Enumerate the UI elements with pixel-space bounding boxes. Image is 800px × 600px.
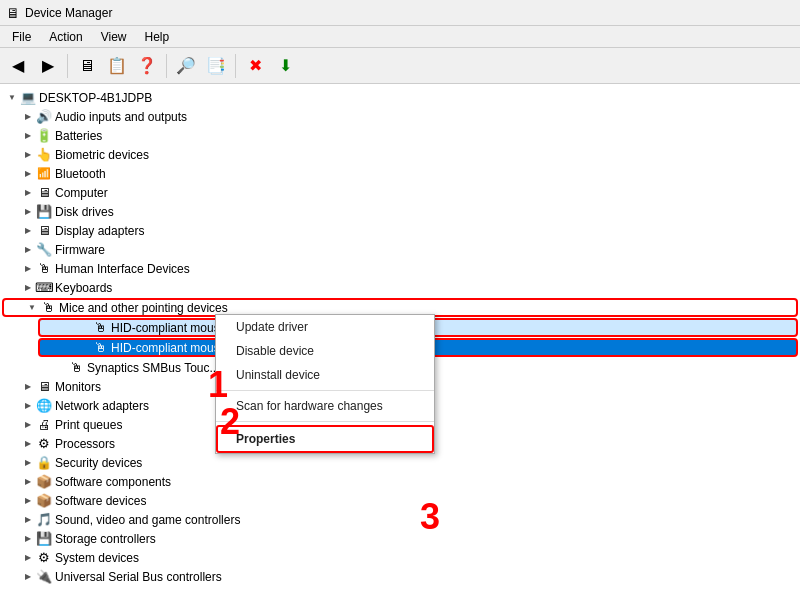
expander-system[interactable]	[20, 550, 36, 566]
app-icon: 🖥	[6, 5, 20, 21]
menu-bar: File Action View Help	[0, 26, 800, 48]
tree-item-computer[interactable]: 🖥 Computer	[0, 183, 800, 202]
expander-biometric[interactable]	[20, 147, 36, 163]
label-software-comp: Software components	[55, 475, 171, 489]
icon-disk: 💾	[36, 204, 52, 220]
tree-item-software-dev[interactable]: 📦 Software devices	[0, 491, 800, 510]
label-print: Print queues	[55, 418, 122, 432]
main-panel: 💻 DESKTOP-4B1JDPB 🔊 Audio inputs and out…	[0, 84, 800, 600]
expander-display[interactable]	[20, 223, 36, 239]
label-monitors: Monitors	[55, 380, 101, 394]
menu-file[interactable]: File	[4, 28, 39, 46]
tree-item-system[interactable]: ⚙ System devices	[0, 548, 800, 567]
expander-batteries[interactable]	[20, 128, 36, 144]
label-sound: Sound, video and game controllers	[55, 513, 240, 527]
icon-computer: 🖥	[36, 185, 52, 201]
label-keyboards: Keyboards	[55, 281, 112, 295]
forward-button[interactable]: ▶	[34, 52, 62, 80]
expander-print[interactable]	[20, 417, 36, 433]
label-mice: Mice and other pointing devices	[59, 301, 228, 315]
ctx-disable-device[interactable]: Disable device	[216, 339, 434, 363]
icon-bluetooth: 📶	[36, 166, 52, 182]
icon-mice: 🖱	[40, 300, 56, 316]
label-processors: Processors	[55, 437, 115, 451]
label-hid-mouse1: HID-compliant mouse	[111, 321, 226, 335]
view-type-button[interactable]: 📑	[202, 52, 230, 80]
context-menu: Update driver Disable device Uninstall d…	[215, 314, 435, 454]
expander-audio[interactable]	[20, 109, 36, 125]
tree-item-audio[interactable]: 🔊 Audio inputs and outputs	[0, 107, 800, 126]
expander-computer[interactable]	[20, 185, 36, 201]
expander-firmware[interactable]	[20, 242, 36, 258]
expander-software-dev[interactable]	[20, 493, 36, 509]
icon-network: 🌐	[36, 398, 52, 414]
download-button[interactable]: ⬇	[271, 52, 299, 80]
properties-button[interactable]: 🖥	[73, 52, 101, 80]
tree-item-keyboards[interactable]: ⌨ Keyboards	[0, 278, 800, 297]
tree-item-batteries[interactable]: 🔋 Batteries	[0, 126, 800, 145]
tree-item-bluetooth[interactable]: 📶 Bluetooth	[0, 164, 800, 183]
expander-processors[interactable]	[20, 436, 36, 452]
scan-button[interactable]: 🔎	[172, 52, 200, 80]
label-security: Security devices	[55, 456, 142, 470]
expander-monitors[interactable]	[20, 379, 36, 395]
label-hid-mouse2: HID-compliant mouse	[111, 341, 226, 355]
back-button[interactable]: ◀	[4, 52, 32, 80]
label-usb: Universal Serial Bus controllers	[55, 570, 222, 584]
label-batteries: Batteries	[55, 129, 102, 143]
ctx-uninstall-device[interactable]: Uninstall device	[216, 363, 434, 387]
ctx-properties[interactable]: Properties	[216, 425, 434, 453]
expander-disk[interactable]	[20, 204, 36, 220]
window-title: Device Manager	[25, 6, 112, 20]
tree-item-display[interactable]: 🖥 Display adapters	[0, 221, 800, 240]
tree-item-root[interactable]: 💻 DESKTOP-4B1JDPB	[0, 88, 800, 107]
tree-item-software-comp[interactable]: 📦 Software components	[0, 472, 800, 491]
expander-software-comp[interactable]	[20, 474, 36, 490]
tree-item-hid[interactable]: 🖱 Human Interface Devices	[0, 259, 800, 278]
tree-item-sound[interactable]: 🎵 Sound, video and game controllers	[0, 510, 800, 529]
icon-keyboards: ⌨	[36, 280, 52, 296]
expander-sound[interactable]	[20, 512, 36, 528]
tree-item-firmware[interactable]: 🔧 Firmware	[0, 240, 800, 259]
expander-hid-mouse2	[76, 340, 92, 356]
expander-mice[interactable]	[24, 300, 40, 316]
icon-batteries: 🔋	[36, 128, 52, 144]
expander-hid[interactable]	[20, 261, 36, 277]
menu-action[interactable]: Action	[41, 28, 90, 46]
expander-bluetooth[interactable]	[20, 166, 36, 182]
remove-button[interactable]: ✖	[241, 52, 269, 80]
label-disk: Disk drives	[55, 205, 114, 219]
title-bar: 🖥 Device Manager	[0, 0, 800, 26]
expander-storage[interactable]	[20, 531, 36, 547]
tree-item-security[interactable]: 🔒 Security devices	[0, 453, 800, 472]
icon-hid: 🖱	[36, 261, 52, 277]
label-root: DESKTOP-4B1JDPB	[39, 91, 152, 105]
expander-network[interactable]	[20, 398, 36, 414]
device-tree[interactable]: 💻 DESKTOP-4B1JDPB 🔊 Audio inputs and out…	[0, 84, 800, 600]
expander-root[interactable]	[4, 90, 20, 106]
icon-root: 💻	[20, 90, 36, 106]
label-storage: Storage controllers	[55, 532, 156, 546]
icon-sound: 🎵	[36, 512, 52, 528]
icon-storage: 💾	[36, 531, 52, 547]
update-driver-button[interactable]: 📋	[103, 52, 131, 80]
tree-item-biometric[interactable]: 👆 Biometric devices	[0, 145, 800, 164]
icon-hid-mouse1: 🖱	[92, 320, 108, 336]
expander-security[interactable]	[20, 455, 36, 471]
icon-software-dev: 📦	[36, 493, 52, 509]
label-bluetooth: Bluetooth	[55, 167, 106, 181]
toolbar-separator-1	[67, 54, 68, 78]
menu-view[interactable]: View	[93, 28, 135, 46]
icon-print: 🖨	[36, 417, 52, 433]
ctx-update-driver[interactable]: Update driver	[216, 315, 434, 339]
expander-usb[interactable]	[20, 569, 36, 585]
expander-synaptics	[52, 360, 68, 376]
label-software-dev: Software devices	[55, 494, 146, 508]
tree-item-usb[interactable]: 🔌 Universal Serial Bus controllers	[0, 567, 800, 586]
icon-security: 🔒	[36, 455, 52, 471]
help-button[interactable]: ❓	[133, 52, 161, 80]
menu-help[interactable]: Help	[137, 28, 178, 46]
tree-item-storage[interactable]: 💾 Storage controllers	[0, 529, 800, 548]
tree-item-disk[interactable]: 💾 Disk drives	[0, 202, 800, 221]
ctx-scan-hardware[interactable]: Scan for hardware changes	[216, 394, 434, 418]
